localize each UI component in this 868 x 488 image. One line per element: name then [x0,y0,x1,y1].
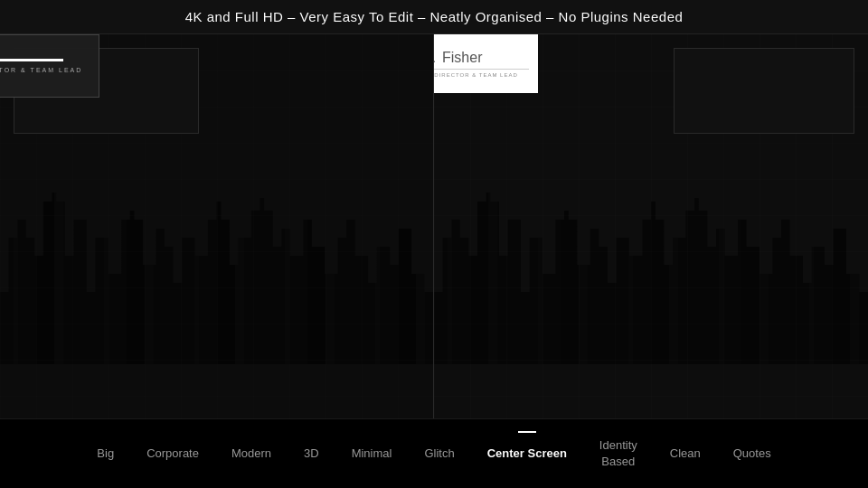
nav-item-corporate[interactable]: Corporate [130,438,215,469]
banner-text: 4K and Full HD – Very Easy To Edit – Nea… [185,9,684,24]
left-panel-content: MANAGING DIRECTOR & TEAM LEAD [0,34,433,418]
identity-card: Olivia Fisher MANAGING DIRECTOR & TEAM L… [434,34,538,93]
identity-card-job-title: MANAGING DIRECTOR & TEAM LEAD [434,72,529,78]
left-card-subtitle: MANAGING DIRECTOR & TEAM LEAD [0,67,82,73]
left-panel: MANAGING DIRECTOR & TEAM LEAD [0,34,434,418]
nav-item-quotes[interactable]: Quotes [717,438,788,469]
bottom-nav: Big Corporate Modern 3D Minimal Glitch C… [0,418,868,488]
identity-card-divider [434,69,529,70]
nav-item-modern[interactable]: Modern [215,438,288,469]
nav-item-3d[interactable]: 3D [288,438,335,469]
left-main-card: MANAGING DIRECTOR & TEAM LEAD [0,34,99,98]
right-panel-content: Olivia Fisher MANAGING DIRECTOR & TEAM L… [434,34,868,418]
nav-item-identity-based[interactable]: Identity Based [583,430,654,477]
nav-item-center-screen[interactable]: Center Screen [471,438,583,469]
main-content-area: MANAGING DIRECTOR & TEAM LEAD Olivia Fis… [0,34,868,418]
nav-item-clean[interactable]: Clean [654,438,717,469]
right-top-card [674,48,854,134]
top-banner: 4K and Full HD – Very Easy To Edit – Nea… [0,0,868,34]
nav-item-minimal[interactable]: Minimal [335,438,409,469]
right-panel: Olivia Fisher MANAGING DIRECTOR & TEAM L… [434,34,868,418]
nav-item-glitch[interactable]: Glitch [408,438,470,469]
identity-card-first-name: Olivia [434,50,435,65]
identity-card-name-section: Olivia Fisher MANAGING DIRECTOR & TEAM L… [434,42,538,85]
nav-item-big[interactable]: Big [80,438,130,469]
left-card-name-line [0,59,63,61]
identity-card-last-name: Fisher [442,50,482,65]
